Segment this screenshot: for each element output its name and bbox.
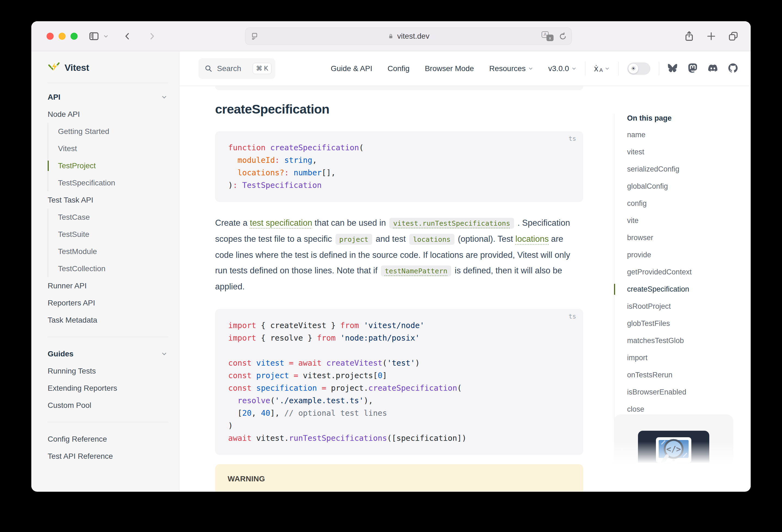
toc-item-getprovidedcontext[interactable]: getProvidedContext bbox=[627, 263, 739, 281]
forward-button[interactable] bbox=[147, 32, 156, 41]
theme-toggle[interactable]: ☀ bbox=[627, 63, 650, 75]
sponsor-card[interactable]: </> bbox=[614, 414, 733, 469]
nav-link-label: Config bbox=[387, 64, 410, 73]
lock-icon bbox=[387, 33, 394, 39]
site-logo[interactable]: Vitest bbox=[48, 61, 179, 75]
sidebar-item-testproject[interactable]: TestProject bbox=[48, 157, 179, 174]
toc-item-isbrowserenabled[interactable]: isBrowserEnabled bbox=[627, 384, 739, 401]
sidebar-item-getting-started[interactable]: Getting Started bbox=[48, 123, 179, 140]
sidebar-item-testcase[interactable]: TestCase bbox=[48, 209, 179, 226]
reload-button[interactable] bbox=[559, 32, 567, 41]
toolbar-chevron-down-button[interactable] bbox=[103, 34, 109, 39]
doc-content: createSpecification ts function createSp… bbox=[215, 86, 583, 491]
sidebar-item-running-tests[interactable]: Running Tests bbox=[48, 362, 179, 380]
github-icon[interactable] bbox=[728, 64, 738, 74]
nav-link-resources[interactable]: Resources bbox=[489, 64, 533, 73]
sidebar-item-test-api-reference[interactable]: Test API Reference bbox=[48, 448, 179, 465]
share-icon bbox=[684, 31, 695, 42]
toc-item-isrootproject[interactable]: isRootProject bbox=[627, 298, 739, 315]
nav-link-browser-mode[interactable]: Browser Mode bbox=[425, 64, 474, 73]
share-button[interactable] bbox=[684, 31, 695, 42]
discord-icon[interactable] bbox=[708, 64, 717, 74]
toc-item-vitest[interactable]: vitest bbox=[627, 143, 739, 161]
tab-overview-button[interactable] bbox=[728, 31, 739, 42]
chevron-down-icon bbox=[528, 66, 533, 71]
inline-code-project: project bbox=[335, 234, 372, 245]
sidebar-item-reporters-api[interactable]: Reporters API bbox=[48, 294, 179, 312]
zoom-window-button[interactable] bbox=[71, 33, 78, 40]
sidebar-group-api[interactable]: API bbox=[48, 88, 179, 106]
sponsor-banner: </> bbox=[638, 431, 709, 469]
warning-title: WARNING bbox=[227, 474, 571, 483]
sidebar-item-vitest[interactable]: Vitest bbox=[48, 140, 179, 157]
code-block-example: ts import { createVitest } from 'vitest/… bbox=[215, 309, 583, 455]
close-window-button[interactable] bbox=[46, 33, 54, 40]
inline-code-link-vitest-runtestspecifications[interactable]: vitest.runTestSpecifications bbox=[389, 218, 514, 229]
chevron-down-icon bbox=[161, 351, 167, 357]
safari-window: vitest.dev A x bbox=[31, 21, 751, 492]
nav-link-config[interactable]: Config bbox=[387, 64, 410, 73]
bluesky-icon[interactable] bbox=[668, 64, 677, 74]
sidebar-item-testspecification[interactable]: TestSpecification bbox=[48, 174, 179, 191]
sidebar: Vitest APINode APIGetting StartedVitestT… bbox=[31, 51, 179, 491]
sidebar-item-custom-pool[interactable]: Custom Pool bbox=[48, 397, 179, 414]
code-block-signature: ts function createSpecification( moduleI… bbox=[215, 131, 583, 202]
site-logo-text: Vitest bbox=[65, 62, 89, 73]
previous-code-block-remnant bbox=[215, 86, 583, 90]
sidebar-divider bbox=[48, 422, 168, 422]
nav-link-guide-api[interactable]: Guide & API bbox=[331, 64, 372, 73]
chevron-down-icon bbox=[571, 66, 576, 71]
translate-icon[interactable]: A x bbox=[541, 31, 554, 41]
sidebar-group-guides[interactable]: Guides bbox=[48, 345, 179, 362]
site-navbar: Search ⌘ K Guide & APIConfigBrowser Mode… bbox=[179, 51, 751, 86]
sidebar-group-label: Guides bbox=[48, 350, 73, 358]
sidebar-item-testsuite[interactable]: TestSuite bbox=[48, 226, 179, 243]
chevron-down-icon bbox=[103, 34, 109, 39]
toc-item-browser[interactable]: browser bbox=[627, 229, 739, 246]
inline-code-locations: locations bbox=[409, 234, 455, 245]
search-label: Search bbox=[217, 64, 241, 73]
nav-link-v3-0-0[interactable]: v3.0.0 bbox=[548, 64, 576, 73]
sidebar-item-testmodule[interactable]: TestModule bbox=[48, 243, 179, 260]
inline-link-locations[interactable]: locations bbox=[516, 234, 549, 244]
toc-item-name[interactable]: name bbox=[627, 126, 739, 143]
inline-code-link-testnamepattern[interactable]: testNamePattern bbox=[381, 265, 451, 276]
sidebar-nav: APINode APIGetting StartedVitestTestProj… bbox=[48, 83, 179, 465]
toc-list: namevitestserializedConfigglobalConfigco… bbox=[627, 126, 739, 418]
toc-item-provide[interactable]: provide bbox=[627, 246, 739, 263]
sidebar-item-test-task-api[interactable]: Test Task API bbox=[48, 191, 179, 209]
sidebar-item-testcollection[interactable]: TestCollection bbox=[48, 260, 179, 277]
search-button[interactable]: Search ⌘ K bbox=[199, 58, 275, 79]
social-links bbox=[668, 64, 738, 74]
sidebar-item-config-reference[interactable]: Config Reference bbox=[48, 430, 179, 448]
sidebar-toggle-button[interactable] bbox=[88, 31, 99, 42]
toc-item-serializedconfig[interactable]: serializedConfig bbox=[627, 161, 739, 178]
inline-link-test-specification[interactable]: test specification bbox=[250, 218, 312, 227]
sidebar-subgroup: Getting StartedVitestTestProjectTestSpec… bbox=[48, 123, 179, 191]
sun-icon: ☀ bbox=[631, 65, 636, 72]
back-button[interactable] bbox=[123, 32, 132, 41]
chevron-left-icon bbox=[123, 32, 132, 41]
toc-item-import[interactable]: import bbox=[627, 349, 739, 366]
language-menu[interactable]: ẋA bbox=[594, 64, 610, 73]
svg-text:</>: </> bbox=[666, 444, 681, 454]
theme-toggle-knob: ☀ bbox=[629, 64, 638, 73]
address-bar[interactable]: vitest.dev A x bbox=[245, 28, 572, 45]
toc-item-matchestestglob[interactable]: matchesTestGlob bbox=[627, 332, 739, 349]
toc-item-globalconfig[interactable]: globalConfig bbox=[627, 178, 739, 195]
new-tab-button[interactable] bbox=[706, 31, 716, 41]
toc-item-globtestfiles[interactable]: globTestFiles bbox=[627, 315, 739, 332]
toc-title: On this page bbox=[627, 110, 739, 126]
toc-item-createspecification[interactable]: createSpecification bbox=[627, 281, 739, 298]
toc-item-vite[interactable]: vite bbox=[627, 212, 739, 229]
translate-nav-icon: ẋ bbox=[594, 64, 599, 73]
toc-item-config[interactable]: config bbox=[627, 195, 739, 212]
toc-item-ontestsrerun[interactable]: onTestsRerun bbox=[627, 366, 739, 384]
sidebar-item-node-api[interactable]: Node API bbox=[48, 106, 179, 123]
mastodon-icon[interactable] bbox=[688, 64, 697, 74]
page-heading: createSpecification bbox=[215, 102, 583, 116]
sidebar-item-runner-api[interactable]: Runner API bbox=[48, 277, 179, 294]
minimize-window-button[interactable] bbox=[59, 33, 66, 40]
sidebar-item-task-metadata[interactable]: Task Metadata bbox=[48, 312, 179, 329]
sidebar-item-extending-reporters[interactable]: Extending Reporters bbox=[48, 380, 179, 397]
